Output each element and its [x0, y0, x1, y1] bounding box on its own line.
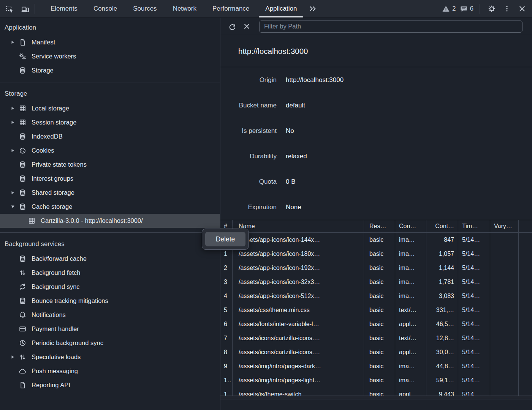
sidebar-item-cookies[interactable]: Cookies — [0, 144, 220, 158]
column-header-content-length[interactable]: Cont… — [426, 220, 458, 232]
cell-content-type: appl… — [395, 387, 426, 396]
table-row[interactable]: 1 /assets/app-icons/icon-180x… basic ima… — [220, 247, 532, 261]
sidebar-item-cartzilla-cache[interactable]: Cartzilla-3.0.0 - http://localhost:3000/ — [0, 214, 220, 228]
table-row[interactable]: 7 /assets/icons/cartzilla-icons.… basic … — [220, 331, 532, 345]
table-row[interactable]: 9 /assets/img/intro/pages-dark… basic im… — [220, 359, 532, 373]
warnings-indicator[interactable]: 2 — [442, 5, 456, 13]
cell-response-type: basic — [364, 247, 395, 261]
table-icon — [27, 217, 36, 225]
clear-button[interactable] — [241, 21, 252, 32]
sidebar-item-label: Cartzilla-3.0.0 - http://localhost:3000/ — [41, 217, 143, 224]
issues-message-icon — [460, 5, 468, 13]
cell-vary-header — [490, 233, 519, 247]
table-row[interactable]: 2 /assets/app-icons/icon-192x… basic ima… — [220, 261, 532, 275]
sidebar-item-manifest[interactable]: Manifest — [0, 35, 220, 49]
devtools-window: Elements Console Sources Network Perform… — [0, 0, 532, 410]
cell-vary-header — [490, 289, 519, 303]
tab-console[interactable]: Console — [86, 0, 125, 17]
cell-time-cached: 5/14… — [458, 317, 490, 331]
cell-vary-header — [490, 359, 519, 373]
sidebar-item-background-fetch[interactable]: Background fetch — [0, 266, 220, 280]
sidebar-item-label: Back/forward cache — [32, 255, 87, 262]
section-title: Application — [0, 18, 220, 35]
sidebar-item-label: Cache storage — [32, 203, 72, 210]
sidebar-item-bounce-tracking-mitigations[interactable]: Bounce tracking mitigations — [0, 294, 220, 308]
close-devtools-button[interactable] — [516, 2, 529, 15]
inspect-element-button[interactable] — [3, 2, 16, 15]
table-row[interactable]: 4 /assets/app-icons/icon-512x… basic ima… — [220, 289, 532, 303]
tab-performance[interactable]: Performance — [204, 0, 257, 17]
sidebar-item-background-sync[interactable]: Background sync — [0, 280, 220, 294]
warning-icon — [442, 5, 450, 13]
expander-collapsed-icon[interactable] — [11, 191, 18, 195]
context-menu-item-delete[interactable]: Delete — [205, 232, 245, 246]
table-row[interactable]: 1… /assets/img/intro/pages-light… basic … — [220, 373, 532, 387]
table-row[interactable]: 0 /assets/app-icons/icon-144x… basic ima… — [220, 233, 532, 247]
column-header-response-type[interactable]: Res… — [364, 220, 395, 232]
sidebar-item-indexeddb[interactable]: IndexedDB — [0, 129, 220, 144]
expander-collapsed-icon[interactable] — [11, 40, 18, 44]
cell-time-cached: 5/14… — [458, 387, 490, 396]
tab-elements[interactable]: Elements — [43, 0, 86, 17]
sidebar-item-reporting-api[interactable]: Reporting API — [0, 378, 220, 392]
cell-response-type: basic — [364, 303, 395, 317]
cell-content-type: ima… — [395, 373, 426, 387]
sidebar-section-background-services: Background services Back/forward cache B… — [0, 232, 220, 397]
settings-button[interactable] — [485, 2, 498, 15]
refresh-button[interactable] — [226, 21, 238, 32]
column-header-name[interactable]: Name — [233, 220, 364, 232]
table-row[interactable]: 8 /assets/icons/cartzilla-icons.… basic … — [220, 345, 532, 359]
cell-index: 6 — [220, 317, 233, 331]
sidebar-item-storage[interactable]: Storage — [0, 63, 220, 77]
tab-application[interactable]: Application — [257, 0, 305, 17]
three-dots-icon — [503, 5, 511, 13]
preview-pane — [220, 399, 532, 410]
cell-response-type: basic — [364, 317, 395, 331]
application-sidebar: Application Manifest Service workers Sto… — [0, 18, 220, 410]
detail-label: Durability — [220, 153, 277, 160]
tab-network[interactable]: Network — [165, 0, 204, 17]
sidebar-item-session-storage[interactable]: Session storage — [0, 115, 220, 129]
cell-time-cached: 5/14… — [458, 261, 490, 275]
sidebar-item-speculative-loads[interactable]: Speculative loads — [0, 350, 220, 364]
sidebar-item-push-messaging[interactable]: Push messaging — [0, 364, 220, 378]
expander-collapsed-icon[interactable] — [11, 355, 18, 359]
device-toolbar-button[interactable] — [18, 2, 31, 15]
sidebar-item-back-forward-cache[interactable]: Back/forward cache — [0, 252, 220, 266]
sidebar-item-payment-handler[interactable]: Payment handler — [0, 322, 220, 336]
more-options-button[interactable] — [500, 2, 513, 15]
filter-by-path-input[interactable] — [259, 20, 522, 33]
table-row-clipped[interactable]: 1… /assets/js/theme-switch… basic appl… … — [220, 387, 532, 396]
cell-time-cached: 5/14… — [458, 289, 490, 303]
sidebar-item-notifications[interactable]: Notifications — [0, 308, 220, 322]
sidebar-item-shared-storage[interactable]: Shared storage — [0, 186, 220, 200]
sidebar-item-interest-groups[interactable]: Interest groups — [0, 172, 220, 186]
more-tabs-button[interactable] — [305, 5, 321, 13]
expander-expanded-icon[interactable] — [11, 205, 18, 209]
expander-collapsed-icon[interactable] — [11, 148, 18, 153]
cell-response-type: basic — [364, 275, 395, 289]
tab-sources[interactable]: Sources — [125, 0, 165, 17]
cell-time-cached: 5/14… — [458, 275, 490, 289]
cell-index: 2 — [220, 261, 233, 275]
detail-value: relaxed — [286, 153, 307, 160]
expander-collapsed-icon[interactable] — [11, 106, 18, 110]
table-row[interactable]: 5 /assets/css/theme.min.css basic text/…… — [220, 303, 532, 317]
preview-splitter[interactable] — [220, 396, 532, 399]
sidebar-item-label: Private state tokens — [32, 161, 87, 168]
detail-label: Quota — [220, 178, 277, 186]
expander-collapsed-icon[interactable] — [11, 120, 18, 125]
column-header-content-type[interactable]: Con… — [395, 220, 426, 232]
column-header-time-cached[interactable]: Tim… — [458, 220, 490, 232]
sidebar-item-service-workers[interactable]: Service workers — [0, 49, 220, 63]
issues-indicator[interactable]: 6 — [460, 5, 473, 13]
sidebar-item-local-storage[interactable]: Local storage — [0, 101, 220, 115]
sidebar-item-cache-storage[interactable]: Cache storage — [0, 200, 220, 214]
column-header-vary-header[interactable]: Vary… — [490, 220, 519, 232]
sidebar-item-periodic-background-sync[interactable]: Periodic background sync — [0, 336, 220, 350]
table-row[interactable]: 3 /assets/app-icons/icon-32x3… basic ima… — [220, 275, 532, 289]
table-row[interactable]: 6 /assets/fonts/inter-variable-l… basic … — [220, 317, 532, 331]
detail-row-expiration: Expiration None — [220, 194, 532, 220]
sidebar-item-label: Shared storage — [32, 189, 74, 196]
sidebar-item-private-state-tokens[interactable]: Private state tokens — [0, 158, 220, 172]
